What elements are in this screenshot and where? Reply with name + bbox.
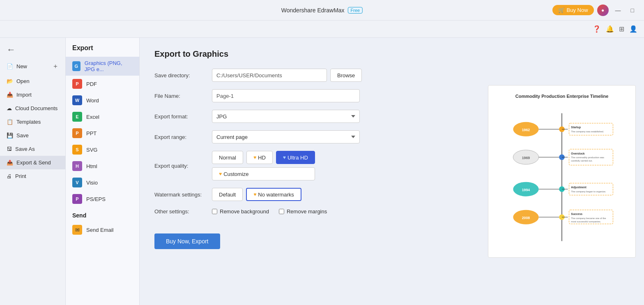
sidebar-item-templates[interactable]: 📋 Templates [0, 115, 65, 129]
watermark-none-button[interactable]: ♥ No watermarks [246, 188, 301, 201]
svg-rect-6 [569, 123, 613, 135]
svg-text:1969: 1969 [522, 156, 530, 160]
format-item-pdf[interactable]: P PDF [66, 76, 139, 92]
send-title: Send [72, 212, 133, 219]
titlebar-center: Wondershare EdrawMax Free [281, 7, 363, 14]
export-format-row: Export format: JPG PNG BMP GIF TIFF [154, 110, 465, 123]
other-settings-options: Remove background Remove margins [212, 208, 327, 215]
format-item-ppt[interactable]: P PPT [66, 125, 139, 141]
format-item-pseps[interactable]: P PS/EPS [66, 191, 139, 207]
save-directory-input[interactable] [212, 69, 327, 82]
export-panel-title: Export [66, 44, 139, 57]
ppt-format-icon: P [72, 128, 82, 138]
format-item-visio[interactable]: V Visio [66, 174, 139, 191]
print-icon: 🖨 [7, 173, 12, 179]
format-item-html[interactable]: H Html [66, 158, 139, 174]
format-item-svg[interactable]: S SVG [66, 141, 139, 158]
hd-heart-icon: ♥ [253, 155, 256, 160]
quality-ultrahd-button[interactable]: ♥ Ultra HD [276, 151, 315, 164]
svg-text:The company began to organize.: The company began to organize. [571, 190, 606, 193]
save-directory-row: Save directory: Browse [154, 69, 465, 82]
other-settings-label: Other settings: [154, 208, 212, 215]
quality-hd-button[interactable]: ♥ HD [246, 151, 273, 164]
svg-text:Startup: Startup [571, 126, 581, 129]
svg-text:Overstock: Overstock [571, 152, 584, 155]
help-icon[interactable]: ❓ [593, 25, 601, 33]
minimize-button[interactable]: — [612, 5, 624, 15]
cloud-icon: ☁ [7, 105, 12, 111]
svg-text:Success: Success [571, 213, 582, 215]
sidebar-item-save[interactable]: 💾 Save [0, 129, 65, 142]
format-item-excel[interactable]: E Excel [66, 109, 139, 125]
preview-card: Commodity Production Enterprise Timeline… [488, 85, 636, 258]
content-area: Export to Graphics Save directory: Brows… [140, 38, 480, 305]
browse-button[interactable]: Browse [330, 69, 362, 82]
remove-margins-checkbox[interactable] [279, 209, 284, 214]
save-directory-label: Save directory: [154, 72, 212, 79]
user-settings-icon[interactable]: 👤 [629, 25, 637, 33]
watermark-default-button[interactable]: Default [212, 188, 243, 201]
export-range-select[interactable]: Current page All pages Selected objects [212, 130, 360, 143]
svg-text:2008: 2008 [522, 216, 530, 220]
export-range-row: Export range: Current page All pages Sel… [154, 130, 465, 143]
quality-buttons-row: Normal ♥ HD ♥ Ultra HD [212, 151, 315, 164]
visio-format-icon: V [72, 178, 82, 187]
format-item-png[interactable]: G Graphics (PNG, JPG e... [66, 57, 139, 76]
pdf-format-icon: P [72, 79, 82, 89]
file-name-row: File Name: [154, 89, 465, 102]
export-format-select[interactable]: JPG PNG BMP GIF TIFF [212, 110, 360, 123]
sidebar-item-print[interactable]: 🖨 Print [0, 169, 65, 183]
app-badge: Free [348, 7, 363, 14]
export-quality-row: Export quality: Normal ♥ HD ♥ Ultra HD ♥… [154, 151, 465, 180]
maximize-button[interactable]: □ [628, 5, 637, 15]
svg-rect-23 [569, 183, 613, 195]
sidebar-item-export[interactable]: 📤 Export & Send [0, 156, 65, 169]
sidebar-item-cloud[interactable]: ☁ Cloud Documents [0, 102, 65, 115]
layout-icon[interactable]: ⊞ [619, 25, 624, 33]
left-sidebar: ← 📄 New ＋ 📂 Open 📥 Import ☁ Cloud Docume… [0, 38, 66, 305]
customize-button[interactable]: ♥ Customize [212, 167, 315, 180]
remove-background-checkbox[interactable] [212, 209, 217, 214]
png-format-icon: G [72, 61, 80, 71]
notification-icon[interactable]: 🔔 [606, 25, 614, 33]
svg-text:most successful companies.: most successful companies. [571, 220, 601, 223]
sidebar-item-new[interactable]: 📄 New ＋ [0, 58, 65, 74]
sidebar-item-saveas[interactable]: 🖫 Save As [0, 142, 65, 156]
preview-area: Commodity Production Enterprise Timeline… [480, 38, 644, 305]
sidebar-new-label: New [16, 63, 27, 69]
watermark-heart-icon: ♥ [253, 192, 256, 197]
app-title: Wondershare EdrawMax [281, 7, 345, 14]
titlebar: Wondershare EdrawMax Free 🛒 Buy Now ● — … [0, 0, 644, 21]
export-range-label: Export range: [154, 134, 212, 140]
svg-text:1962: 1962 [522, 128, 530, 132]
back-button[interactable]: ← [0, 41, 65, 58]
cart-icon: 🛒 [558, 7, 565, 13]
email-icon: ✉ [72, 225, 82, 235]
excel-format-icon: E [72, 112, 82, 122]
toolbar-row: ❓ 🔔 ⊞ 👤 [0, 21, 644, 38]
send-section: Send ✉ Send Email [66, 212, 139, 238]
timeline-preview-svg: 1962 Startup The company was established… [497, 105, 627, 249]
titlebar-right: 🛒 Buy Now ● — □ [552, 5, 638, 16]
sidebar-item-import[interactable]: 📥 Import [0, 88, 65, 102]
saveas-icon: 🖫 [7, 146, 12, 152]
export-quality-label: Export quality: [154, 163, 212, 169]
svg-format-icon: S [72, 145, 82, 155]
export-button[interactable]: Buy Now, Export [154, 233, 220, 249]
sidebar-item-open[interactable]: 📂 Open [0, 74, 65, 88]
send-email-item[interactable]: ✉ Send Email [72, 222, 133, 238]
remove-margins-label[interactable]: Remove margins [279, 208, 327, 215]
export-panel: Export G Graphics (PNG, JPG e... P PDF W… [66, 38, 140, 305]
watermark-buttons: Default ♥ No watermarks [212, 188, 301, 201]
avatar[interactable]: ● [597, 5, 609, 16]
buy-now-button[interactable]: 🛒 Buy Now [552, 5, 594, 15]
import-icon: 📥 [7, 92, 13, 98]
save-icon: 💾 [7, 132, 13, 139]
templates-icon: 📋 [7, 119, 13, 125]
preview-title: Commodity Production Enterprise Timeline [515, 94, 609, 99]
file-name-input[interactable] [212, 89, 360, 102]
remove-background-label[interactable]: Remove background [212, 208, 269, 215]
quality-normal-button[interactable]: Normal [212, 151, 243, 164]
format-item-word[interactable]: W Word [66, 92, 139, 109]
main-layout: ← 📄 New ＋ 📂 Open 📥 Import ☁ Cloud Docume… [0, 38, 644, 305]
